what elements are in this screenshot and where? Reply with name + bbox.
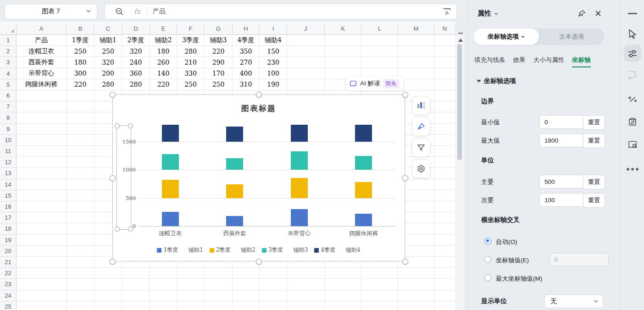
row-header-7[interactable]: 7 [0, 101, 17, 112]
cell-A17[interactable] [17, 212, 67, 223]
cell-K23[interactable] [325, 279, 361, 290]
cell-I2[interactable]: 150 [260, 46, 287, 57]
bar-3季度-西装外套[interactable] [226, 158, 243, 170]
cell-L3[interactable] [361, 57, 398, 68]
cell-B21[interactable] [67, 257, 94, 268]
cell-N18[interactable] [434, 223, 455, 234]
row-header-14[interactable]: 14 [0, 179, 17, 190]
major-unit-input[interactable] [539, 175, 584, 188]
cell-J5[interactable] [287, 79, 325, 90]
cell-D25[interactable] [122, 301, 150, 310]
cell-I23[interactable] [260, 279, 287, 290]
cell-B16[interactable] [67, 201, 94, 212]
cell-F25[interactable] [177, 301, 205, 310]
row-header-16[interactable]: 16 [0, 201, 17, 212]
cell-K24[interactable] [325, 290, 361, 301]
cell-L24[interactable] [361, 290, 398, 301]
cell-N9[interactable] [434, 124, 455, 135]
row-header-1[interactable]: 1 [0, 35, 17, 46]
subtab-effects[interactable]: 效果 [513, 56, 526, 67]
cell-N13[interactable] [434, 168, 455, 179]
cell-B18[interactable] [67, 223, 94, 234]
cell-L23[interactable] [361, 279, 398, 290]
cell-H22[interactable] [233, 268, 260, 279]
cell-B19[interactable] [67, 235, 94, 246]
cell-B1[interactable]: 1季度 [67, 35, 94, 46]
cell-G5[interactable]: 250 [205, 79, 233, 90]
row-header-17[interactable]: 17 [0, 212, 17, 223]
cell-N7[interactable] [434, 101, 455, 112]
cell-N19[interactable] [434, 235, 455, 246]
cell-I22[interactable] [260, 268, 287, 279]
select-all-corner[interactable] [0, 23, 17, 35]
column-header-G[interactable]: G [205, 23, 233, 35]
cell-A1[interactable]: 产品 [17, 35, 67, 46]
more-dots-icon[interactable] [627, 168, 638, 171]
cell-A2[interactable]: 连帽卫衣 [17, 46, 67, 57]
cell-A6[interactable] [17, 90, 67, 101]
row-header-21[interactable]: 21 [0, 257, 17, 268]
minor-unit-input[interactable] [539, 193, 584, 207]
cell-A23[interactable] [17, 279, 67, 290]
cell-H1[interactable]: 4季度 [233, 35, 260, 46]
cell-E5[interactable]: 220 [150, 79, 177, 90]
cell-A7[interactable] [17, 101, 67, 112]
cell-N2[interactable] [434, 46, 455, 57]
cell-J25[interactable] [287, 301, 325, 310]
row-header-23[interactable]: 23 [0, 279, 17, 290]
row-header-3[interactable]: 3 [0, 57, 17, 68]
cell-C1[interactable]: 辅助1 [94, 35, 122, 46]
legend-item-2季度[interactable]: 2季度 [210, 246, 231, 254]
cell-H2[interactable]: 350 [233, 46, 260, 57]
cell-H3[interactable]: 270 [233, 57, 260, 68]
bar-3季度-连帽卫衣[interactable] [162, 154, 179, 170]
cell-B12[interactable] [67, 157, 94, 168]
close-icon[interactable]: ✕ [594, 8, 602, 19]
bar-2季度-吊带背心[interactable] [291, 178, 308, 198]
name-box[interactable]: 图表 7 [5, 4, 97, 19]
row-header-24[interactable]: 24 [0, 290, 17, 301]
radio-max-axis-value-label[interactable]: 最大坐标轴值(M) [496, 275, 542, 283]
reset-max-button[interactable]: 重置 [583, 133, 605, 148]
cell-D3[interactable]: 240 [122, 57, 150, 68]
magic-wand-icon[interactable] [627, 94, 638, 105]
radio-axis-value-label[interactable]: 坐标轴值(E) [496, 256, 529, 265]
max-value-input[interactable] [539, 133, 584, 147]
cell-N8[interactable] [434, 112, 455, 123]
cell-E23[interactable] [150, 279, 177, 290]
radio-auto[interactable] [484, 238, 491, 244]
cell-B23[interactable] [67, 279, 94, 290]
cell-E3[interactable]: 260 [150, 57, 177, 68]
formula-bar[interactable]: fx 产品 fx [105, 4, 457, 19]
panel-title[interactable]: 属性 [477, 9, 499, 18]
cell-B17[interactable] [67, 212, 94, 223]
cell-B22[interactable] [67, 268, 94, 279]
cell-F23[interactable] [177, 279, 205, 290]
legend-item-辅助3[interactable]: 辅助3 [289, 246, 308, 254]
cell-F5[interactable]: 250 [177, 79, 205, 90]
cell-N12[interactable] [434, 157, 455, 168]
cell-F24[interactable] [177, 290, 205, 301]
cell-A14[interactable] [17, 179, 67, 190]
row-header-9[interactable]: 9 [0, 124, 17, 135]
selection-handle[interactable] [402, 175, 408, 181]
cell-M4[interactable] [398, 68, 434, 79]
cell-E1[interactable]: 辅助2 [150, 35, 177, 46]
cell-N5[interactable] [434, 79, 455, 90]
fx-icon[interactable]: fx [134, 7, 140, 16]
selection-handle[interactable] [110, 92, 116, 98]
cell-A16[interactable] [17, 201, 67, 212]
legend-item-辅助2[interactable]: 辅助2 [237, 246, 255, 254]
column-header-N[interactable]: N [434, 23, 455, 35]
cell-C25[interactable] [94, 301, 122, 310]
cell-B15[interactable] [67, 190, 94, 201]
cell-M23[interactable] [398, 279, 434, 290]
cell-A19[interactable] [17, 235, 67, 246]
reset-minor-button[interactable]: 重置 [583, 193, 605, 208]
column-header-I[interactable]: I [260, 23, 287, 35]
chart-legend[interactable]: 1季度辅助12季度辅助23季度辅助34季度辅助4 [113, 246, 405, 254]
column-header-A[interactable]: A [17, 23, 67, 35]
bar-1季度-吊带背心[interactable] [291, 209, 308, 226]
chart-elements-button[interactable] [412, 96, 430, 115]
cell-C23[interactable] [94, 279, 122, 290]
